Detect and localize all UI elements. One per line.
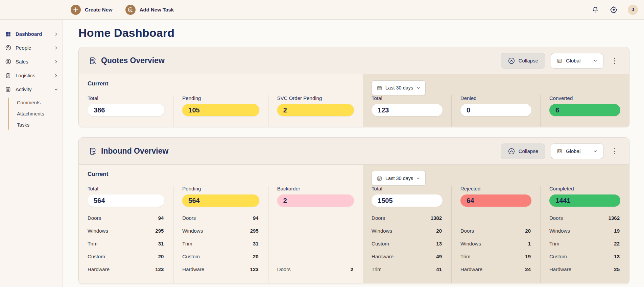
breakdown-row: Windows1 [460,237,531,250]
stat-column-denied: Denied0 [452,95,541,127]
breakdown-item-value: 24 [525,266,531,272]
breakdown-item-label: Trim [549,241,559,246]
breakdown-row: Windows295 [88,224,164,237]
add-new-task-button[interactable]: Add New Task [125,5,174,15]
stat-value-pill: 564 [182,194,259,207]
sidebar-item-dashboard[interactable]: Dashboard [0,27,63,41]
breakdown-item-value: 20 [158,254,164,259]
stat-value: 2 [283,197,287,205]
breakdown-item-value: 31 [253,241,259,246]
sidebar-subitem-comments[interactable]: Comments [0,97,63,108]
collapse-button[interactable]: Collapse [501,144,545,159]
chevron-down-icon [593,58,598,63]
breakdown-item-value: 20 [253,254,259,259]
breakdown-item-label: Hardware [182,266,204,272]
sidebar-item-label: Activity [16,86,54,92]
top-bar: Create New Add New Task [0,0,644,20]
stat-label: Denied [460,95,531,101]
stat-column-pending: Pending105 [173,95,268,127]
sidebar-item-sales[interactable]: Sales [0,55,63,69]
stat-value-pill: 2 [277,194,354,207]
sidebar-item-label: Logistics [16,73,54,78]
breakdown-row: Doors94 [88,211,164,224]
chevron-down-icon [416,176,421,181]
breakdown-item-value: 123 [155,266,164,272]
sidebar-subitem-tasks[interactable]: Tasks [0,119,63,130]
stats-columns: Total564Doors94Windows295Trim31Custom20H… [79,186,363,283]
breakdown-row: Hardware49 [372,250,443,263]
user-avatar[interactable]: J [628,5,638,15]
calendar-icon [377,176,382,181]
scope-select[interactable]: Global [551,53,603,69]
stat-value: 2 [283,106,287,114]
breakdown-row: Doors1362 [549,211,620,224]
current-label: Current [88,80,108,87]
breakdown-row: Doors1382 [372,211,443,224]
stat-column-converted: Converted6 [541,95,629,127]
breakdown-row: Trim22 [549,237,620,250]
breakdown-item-label: Custom [372,241,389,246]
sidebar-item-logistics[interactable]: Logistics [0,69,63,82]
more-options-kebab-icon[interactable]: ⋮ [609,56,620,66]
panel-title: Inbound Overview [101,147,168,156]
breakdown-item-value: 20 [525,228,531,234]
breakdown-list: Doors1362Windows19Trim22Custom13Hardware… [549,211,620,276]
sidebar-item-people[interactable]: People [0,41,63,55]
sidebar-item-activity[interactable]: Activity [0,82,63,96]
stat-column-backorder: Backorder2Doors2 [268,186,363,283]
breakdown-item-value: 295 [250,228,259,234]
breakdown-row: Hardware123 [182,263,259,276]
stat-value: 6 [555,106,559,114]
stat-value: 105 [188,106,199,114]
chevron-down-icon [593,149,598,154]
stat-column-completed: Completed1441Doors1362Windows19Trim22Cus… [541,186,629,283]
breakdown-list: Doors2 [277,211,354,276]
breakdown-item-label: Hardware [549,266,571,272]
stat-value: 0 [467,106,470,114]
stat-value: 564 [188,197,199,205]
scope-select[interactable]: Global [551,144,603,159]
sidebar-item-label: People [16,45,54,51]
activity-feed-icon [5,86,11,93]
date-range-select[interactable]: Last 30 days [372,80,426,95]
breakdown-item-label: Custom [182,254,200,259]
stat-value-pill: 386 [88,104,164,116]
settings-gear-icon[interactable] [610,6,618,14]
notifications-bell-icon[interactable] [591,6,599,14]
create-new-button[interactable]: Create New [71,5,113,15]
stats-columns: Total1505Doors1382Windows20Custom13Hardw… [363,186,629,283]
stat-value-pill: 123 [372,104,443,116]
more-options-kebab-icon[interactable]: ⋮ [609,146,620,156]
breakdown-row: Doors20 [460,224,531,237]
stat-label: Total [88,95,164,101]
clipboard-check-icon [5,72,11,79]
breakdown-item-value: 19 [614,228,620,234]
collapse-button[interactable]: Collapse [501,53,545,69]
stats-columns: Total386Pending105SVC Order Pending2 [79,95,363,127]
stat-value: 1441 [555,197,571,205]
badge-icon [556,58,563,64]
breakdown-list: Doors20Windows1Trim19Hardware24 [460,211,531,276]
stat-column-total: Total386 [79,95,173,127]
breakdown-item-label: Doors [277,266,291,272]
collapse-label: Collapse [519,148,538,154]
stat-label: Rejected [460,186,531,191]
sidebar-subitem-attachments[interactable]: Attachments [0,108,63,119]
chevron-right-icon [54,32,58,36]
stat-value-pill: 1441 [549,194,620,207]
date-range-select[interactable]: Last 30 days [372,171,426,186]
breakdown-item-value: 2 [351,266,353,272]
breakdown-row: Custom20 [182,250,259,263]
badge-icon [556,148,563,154]
breakdown-row: Custom13 [549,250,620,263]
breakdown-row: Hardware123 [88,263,164,276]
stat-label: Pending [182,95,259,101]
breakdown-item-label: Custom [549,254,567,259]
panel-header: Inbound Overview Collapse Global [79,138,629,165]
quotes-overview-panel: Quotes Overview Collapse Global [78,47,629,127]
inbound-overview-panel: Inbound Overview Collapse Global [78,137,629,284]
page-title: Home Dashboard [78,26,629,40]
breakdown-item-value: 41 [436,266,442,272]
person-icon [5,45,11,51]
breakdown-item-label: Windows [460,241,481,246]
